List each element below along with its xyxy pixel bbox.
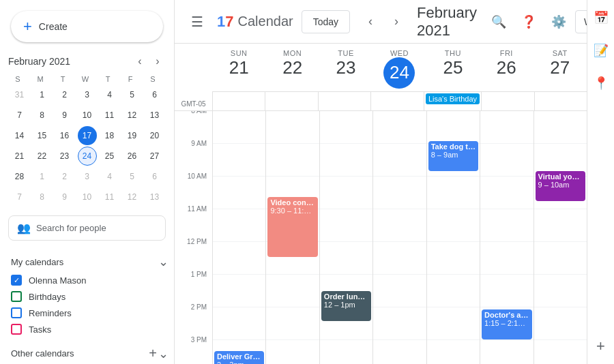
my-calendar-item[interactable]: Reminders bbox=[0, 305, 174, 321]
calendar-event[interactable]: Doctor's appointment1:15 – 2:15pm bbox=[482, 309, 531, 339]
hamburger-button[interactable]: ☰ bbox=[186, 8, 209, 35]
calendar-checkbox[interactable] bbox=[11, 307, 22, 318]
calendar-event[interactable]: Order lunch for office12 – 1pm bbox=[321, 291, 371, 321]
mini-cal-day[interactable]: 20 bbox=[145, 126, 164, 145]
add-calendar-icon[interactable]: + bbox=[149, 346, 157, 361]
mini-cal-day[interactable]: 21 bbox=[10, 147, 29, 166]
my-calendar-item[interactable]: Birthdays bbox=[0, 288, 174, 305]
mini-cal-next[interactable]: › bbox=[149, 53, 166, 70]
my-calendars-header[interactable]: My calendars ⌄ bbox=[0, 252, 174, 272]
all-day-cell[interactable] bbox=[318, 92, 370, 110]
all-day-cell[interactable] bbox=[265, 92, 317, 110]
mini-cal-day[interactable]: 17 bbox=[78, 126, 97, 145]
calendar-checkbox[interactable] bbox=[11, 324, 22, 335]
day-header[interactable]: TUE23 bbox=[319, 44, 372, 91]
all-day-cell[interactable]: Lisa's Birthday bbox=[424, 92, 481, 110]
mini-cal-day[interactable]: 6 bbox=[145, 85, 164, 104]
mini-cal-day[interactable]: 31 bbox=[10, 85, 29, 104]
mini-cal-day[interactable]: 10 bbox=[78, 106, 97, 125]
mini-cal-day[interactable]: 9 bbox=[55, 187, 74, 207]
mini-cal-day[interactable]: 4 bbox=[100, 167, 119, 186]
mini-cal-day[interactable]: 11 bbox=[100, 106, 119, 125]
mini-cal-day[interactable]: 2 bbox=[55, 167, 74, 186]
mini-cal-day[interactable]: 7 bbox=[10, 106, 29, 125]
mini-cal-day[interactable]: 12 bbox=[123, 187, 142, 207]
mini-cal-day[interactable]: 14 bbox=[10, 126, 29, 145]
day-column[interactable]: Take dog to the vet8 – 9am bbox=[426, 111, 480, 364]
mini-cal-day[interactable]: 5 bbox=[123, 85, 142, 104]
hour-line bbox=[373, 177, 426, 209]
mini-cal-day[interactable]: 16 bbox=[55, 126, 74, 145]
mini-cal-day[interactable]: 26 bbox=[123, 147, 142, 166]
right-panel-add-button[interactable]: + bbox=[589, 334, 613, 359]
calendar-event[interactable]: Video conference9:30 – 11:30am bbox=[267, 197, 317, 257]
calendar-event[interactable]: Virtual yoga class9 – 10am bbox=[536, 171, 585, 201]
create-button[interactable]: + Create bbox=[11, 11, 163, 42]
day-header[interactable]: WED24 bbox=[372, 44, 426, 91]
all-day-cell[interactable] bbox=[370, 92, 423, 110]
day-header[interactable]: SUN21 bbox=[212, 44, 265, 91]
day-header[interactable]: MON22 bbox=[265, 44, 319, 91]
day-column[interactable]: Virtual yoga class9 – 10am bbox=[533, 111, 587, 364]
mini-cal-day[interactable]: 8 bbox=[33, 187, 52, 207]
all-day-cell[interactable] bbox=[534, 92, 587, 110]
mini-cal-day[interactable]: 12 bbox=[123, 106, 142, 125]
help-button[interactable]: ❓ bbox=[515, 8, 542, 35]
mini-cal-day[interactable]: 22 bbox=[33, 147, 52, 166]
mini-cal-day[interactable]: 13 bbox=[145, 187, 164, 207]
prev-week-button[interactable]: ‹ bbox=[358, 10, 383, 34]
mini-cal-day[interactable]: 19 bbox=[123, 126, 142, 145]
mini-cal-day[interactable]: 1 bbox=[33, 85, 52, 104]
all-day-event[interactable]: Lisa's Birthday bbox=[426, 93, 480, 104]
day-header[interactable]: FRI26 bbox=[480, 44, 533, 91]
settings-button[interactable]: ⚙️ bbox=[545, 8, 572, 35]
mini-cal-day[interactable]: 18 bbox=[100, 126, 119, 145]
mini-cal-day[interactable]: 10 bbox=[78, 187, 97, 207]
day-column[interactable]: Video conference9:30 – 11:30am bbox=[265, 111, 319, 364]
calendar-event[interactable]: Take dog to the vet8 – 9am bbox=[428, 141, 478, 171]
day-column[interactable]: Order lunch for office12 – 1pm bbox=[319, 111, 372, 364]
mini-cal-day[interactable]: 8 bbox=[33, 106, 52, 125]
mini-cal-day[interactable]: 13 bbox=[145, 106, 164, 125]
calendar-checkbox[interactable]: ✓ bbox=[11, 275, 22, 286]
search-button[interactable]: 🔍 bbox=[485, 8, 512, 35]
right-panel-keep-icon[interactable]: 📝 bbox=[589, 38, 613, 63]
other-calendars-header[interactable]: Other calendars + ⌄ bbox=[0, 343, 174, 364]
right-panel-maps-icon[interactable]: 📍 bbox=[589, 71, 613, 95]
day-header[interactable]: SAT27 bbox=[533, 44, 587, 91]
search-people[interactable]: 👥 Search for people bbox=[8, 215, 166, 241]
logo[interactable]: 17 Calendar bbox=[217, 13, 293, 31]
mini-cal-day[interactable]: 7 bbox=[10, 187, 29, 207]
right-panel-calendar-icon[interactable]: 📅 bbox=[589, 5, 613, 30]
day-column[interactable]: Virtual team meeting3 – 4pm bbox=[372, 111, 426, 364]
mini-cal-day[interactable]: 3 bbox=[78, 167, 97, 186]
my-calendar-item[interactable]: Tasks bbox=[0, 321, 174, 337]
day-header[interactable]: THU25 bbox=[426, 44, 480, 91]
mini-cal-day[interactable]: 6 bbox=[145, 167, 164, 186]
mini-cal-day[interactable]: 4 bbox=[100, 85, 119, 104]
mini-cal-day[interactable]: 25 bbox=[100, 147, 119, 166]
today-button[interactable]: Today bbox=[302, 10, 350, 33]
event-title: Doctor's appointment bbox=[484, 311, 529, 319]
calendar-event[interactable]: Deliver Grace's gift2 – 3pm bbox=[214, 351, 264, 364]
mini-cal-day[interactable]: 3 bbox=[78, 85, 97, 104]
mini-cal-day[interactable]: 2 bbox=[55, 85, 74, 104]
mini-cal-day[interactable]: 27 bbox=[145, 147, 164, 166]
view-selector[interactable]: Week ▾ bbox=[575, 10, 587, 33]
mini-cal-day[interactable]: 24 bbox=[78, 147, 97, 166]
day-column[interactable]: Deliver Grace's gift2 – 3pm bbox=[212, 111, 265, 364]
mini-cal-day[interactable]: 1 bbox=[33, 167, 52, 186]
mini-cal-day[interactable]: 15 bbox=[33, 126, 52, 145]
next-week-button[interactable]: › bbox=[384, 10, 409, 34]
mini-cal-day[interactable]: 11 bbox=[100, 187, 119, 207]
mini-cal-day[interactable]: 28 bbox=[10, 167, 29, 186]
my-calendar-item[interactable]: ✓Olenna Mason bbox=[0, 272, 174, 288]
all-day-cell[interactable] bbox=[212, 92, 265, 110]
mini-cal-day[interactable]: 23 bbox=[55, 147, 74, 166]
mini-cal-prev[interactable]: ‹ bbox=[132, 53, 148, 70]
day-column[interactable]: Doctor's appointment1:15 – 2:15pm bbox=[480, 111, 533, 364]
all-day-cell[interactable] bbox=[481, 92, 533, 110]
mini-cal-day[interactable]: 9 bbox=[55, 106, 74, 125]
calendar-checkbox[interactable] bbox=[11, 291, 22, 302]
mini-cal-day[interactable]: 5 bbox=[123, 167, 142, 186]
